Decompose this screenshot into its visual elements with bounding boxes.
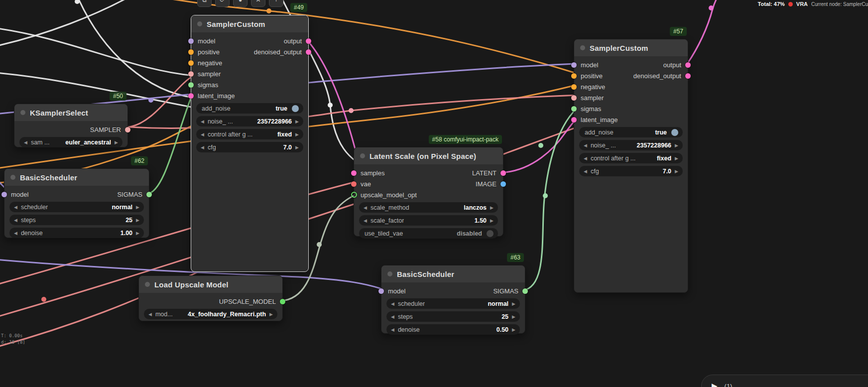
model-input-port[interactable] bbox=[378, 288, 384, 294]
widget-left-arrow-icon[interactable]: ◀ bbox=[584, 143, 587, 148]
widget-right-arrow-icon[interactable]: ▶ bbox=[675, 156, 678, 161]
queue-bar[interactable]: ▶ (1) bbox=[701, 375, 868, 387]
widget-left-arrow-icon[interactable]: ◀ bbox=[14, 231, 17, 236]
widget-steps[interactable]: ◀ steps 25 ▶ bbox=[386, 311, 520, 322]
node-title-bar[interactable]: Load Upscale Model bbox=[139, 276, 282, 293]
widget-cfg[interactable]: ◀ cfg 7.0 ▶ bbox=[196, 142, 303, 152]
widget-sampler-name[interactable]: ◀ sam ... euler_ancestral ▶ bbox=[19, 137, 123, 147]
widget-left-arrow-icon[interactable]: ◀ bbox=[364, 205, 367, 210]
widget-left-arrow-icon[interactable]: ◀ bbox=[201, 132, 204, 137]
widget-right-arrow-icon[interactable]: ▶ bbox=[512, 301, 515, 306]
widget-steps[interactable]: ◀ steps 25 ▶ bbox=[9, 215, 144, 225]
model-input-port[interactable] bbox=[571, 62, 577, 68]
node-title-bar[interactable]: BasicScheduler bbox=[381, 265, 525, 282]
record-icon[interactable]: ● bbox=[233, 0, 248, 7]
toggle-knob[interactable] bbox=[487, 230, 494, 237]
positive-input-port[interactable] bbox=[571, 73, 577, 79]
widget-right-arrow-icon[interactable]: ▶ bbox=[136, 231, 139, 236]
latent-image-input-port[interactable] bbox=[571, 117, 577, 123]
upscale-model-output-port[interactable] bbox=[280, 299, 285, 304]
add-icon[interactable]: + bbox=[269, 0, 283, 7]
denoised-output-port[interactable] bbox=[685, 73, 691, 79]
toggle-knob[interactable] bbox=[292, 105, 299, 112]
widget-left-arrow-icon[interactable]: ◀ bbox=[391, 314, 394, 319]
collapse-dot-icon[interactable] bbox=[197, 21, 202, 26]
widget-left-arrow-icon[interactable]: ◀ bbox=[201, 119, 204, 124]
negative-input-port[interactable] bbox=[188, 60, 194, 66]
widget-noise-seed[interactable]: ◀ noise_ ... 2357228966 ▶ bbox=[579, 140, 683, 150]
widget-control-after-generate[interactable]: ◀ control after g ... fixed ▶ bbox=[579, 153, 683, 163]
widget-right-arrow-icon[interactable]: ▶ bbox=[295, 132, 299, 137]
node-title-bar[interactable]: BasicScheduler bbox=[4, 169, 149, 186]
samples-input-port[interactable] bbox=[351, 170, 357, 176]
node-title-bar[interactable]: KSamplerSelect bbox=[14, 104, 127, 121]
widget-scale-method[interactable]: ◀ scale_method lanczos ▶ bbox=[359, 202, 498, 213]
refresh-icon[interactable]: ⟳ bbox=[215, 0, 230, 7]
widget-left-arrow-icon[interactable]: ◀ bbox=[364, 218, 367, 223]
widget-right-arrow-icon[interactable]: ▶ bbox=[512, 314, 515, 319]
collapse-dot-icon[interactable] bbox=[145, 282, 150, 287]
sampler-input-port[interactable] bbox=[571, 95, 577, 101]
play-icon[interactable]: ▶ bbox=[712, 382, 718, 387]
widget-right-arrow-icon[interactable]: ▶ bbox=[490, 218, 494, 223]
sigmas-output-port[interactable] bbox=[146, 192, 152, 197]
widget-model-name[interactable]: ◀ mod... 4x_foolhardy_Remacri.pth ▶ bbox=[144, 309, 277, 319]
widget-right-arrow-icon[interactable]: ▶ bbox=[295, 119, 299, 124]
collapse-dot-icon[interactable] bbox=[10, 175, 15, 180]
node-title-bar[interactable]: Latent Scale (on Pixel Space) bbox=[354, 147, 503, 164]
node-graph-canvas[interactable]: #49 SamplerCustom model output positive … bbox=[0, 0, 868, 387]
widget-scheduler[interactable]: ◀ scheduler normal ▶ bbox=[386, 298, 520, 309]
widget-left-arrow-icon[interactable]: ◀ bbox=[584, 169, 587, 174]
sigmas-input-port[interactable] bbox=[188, 82, 194, 88]
sigmas-output-port[interactable] bbox=[522, 288, 528, 294]
latent-output-port[interactable] bbox=[500, 170, 506, 176]
node-basicscheduler-63[interactable]: #63 BasicScheduler model SIGMAS ◀ schedu… bbox=[381, 265, 525, 334]
collapse-dot-icon[interactable] bbox=[20, 110, 25, 115]
widget-left-arrow-icon[interactable]: ◀ bbox=[391, 301, 394, 306]
close-icon[interactable]: ✕ bbox=[251, 0, 265, 7]
latent-image-input-port[interactable] bbox=[188, 93, 194, 99]
node-title-bar[interactable]: SamplerCustom bbox=[574, 39, 688, 56]
node-ksamplerselect-50[interactable]: #50 KSamplerSelect SAMPLER ◀ sam ... eul… bbox=[14, 104, 128, 147]
widget-cfg[interactable]: ◀ cfg 7.0 ▶ bbox=[579, 166, 683, 176]
image-output-port[interactable] bbox=[500, 181, 506, 187]
widget-right-arrow-icon[interactable]: ▶ bbox=[675, 169, 678, 174]
widget-right-arrow-icon[interactable]: ▶ bbox=[512, 327, 515, 332]
positive-input-port[interactable] bbox=[188, 49, 194, 55]
widget-right-arrow-icon[interactable]: ▶ bbox=[136, 205, 139, 210]
node-samplercustom-49[interactable]: #49 SamplerCustom model output positive … bbox=[191, 15, 309, 272]
denoised-output-port[interactable] bbox=[306, 49, 311, 55]
node-basicscheduler-62[interactable]: #62 BasicScheduler model SIGMAS ◀ schedu… bbox=[4, 168, 149, 238]
widget-left-arrow-icon[interactable]: ◀ bbox=[24, 140, 27, 145]
widget-left-arrow-icon[interactable]: ◀ bbox=[201, 145, 204, 150]
widget-right-arrow-icon[interactable]: ▶ bbox=[115, 140, 118, 145]
widget-noise-seed[interactable]: ◀ noise_ ... 2357228966 ▶ bbox=[196, 116, 303, 127]
widget-denoise[interactable]: ◀ denoise 1.00 ▶ bbox=[9, 228, 144, 238]
negative-input-port[interactable] bbox=[571, 84, 577, 90]
model-input-port[interactable] bbox=[1, 192, 7, 197]
widget-left-arrow-icon[interactable]: ◀ bbox=[148, 312, 152, 317]
sampler-output-port[interactable] bbox=[125, 127, 130, 132]
panels-icon[interactable]: ⧉ bbox=[197, 0, 212, 7]
widget-use-tiled-vae[interactable]: use_tiled_vae disabled bbox=[359, 228, 498, 239]
sigmas-input-port[interactable] bbox=[571, 106, 577, 112]
collapse-dot-icon[interactable] bbox=[387, 271, 392, 276]
widget-left-arrow-icon[interactable]: ◀ bbox=[14, 205, 17, 210]
widget-scale-factor[interactable]: ◀ scale_factor 1.50 ▶ bbox=[359, 215, 498, 226]
model-input-port[interactable] bbox=[188, 38, 194, 44]
collapse-dot-icon[interactable] bbox=[360, 153, 365, 158]
toggle-knob[interactable] bbox=[671, 129, 678, 136]
widget-right-arrow-icon[interactable]: ▶ bbox=[490, 205, 494, 210]
widget-control-after-generate[interactable]: ◀ control after g ... fixed ▶ bbox=[196, 129, 303, 139]
widget-right-arrow-icon[interactable]: ▶ bbox=[269, 312, 273, 317]
node-samplercustom-57[interactable]: #57 SamplerCustom model output positive … bbox=[574, 39, 688, 293]
widget-add-noise[interactable]: add_noise true bbox=[579, 127, 683, 137]
node-title-bar[interactable]: SamplerCustom bbox=[191, 15, 308, 32]
widget-right-arrow-icon[interactable]: ▶ bbox=[136, 218, 139, 223]
widget-left-arrow-icon[interactable]: ◀ bbox=[391, 327, 394, 332]
upscale-model-opt-input-port[interactable] bbox=[351, 192, 357, 198]
widget-denoise[interactable]: ◀ denoise 0.50 ▶ bbox=[386, 324, 520, 335]
widget-right-arrow-icon[interactable]: ▶ bbox=[295, 145, 299, 150]
node-load-upscale-model[interactable]: Load Upscale Model UPSCALE_MODEL ◀ mod..… bbox=[138, 275, 283, 321]
output-port[interactable] bbox=[685, 62, 691, 68]
